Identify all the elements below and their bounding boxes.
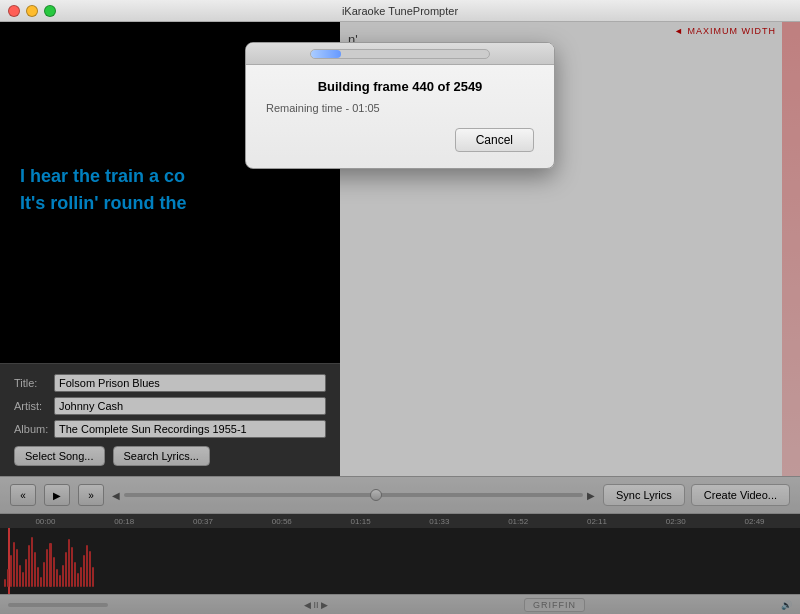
window-title: iKaraoke TunePrompter <box>342 5 458 17</box>
dialog-overlay: Building frame 440 of 2549 Remaining tim… <box>0 22 800 614</box>
progress-dialog: Building frame 440 of 2549 Remaining tim… <box>245 42 555 169</box>
dialog-cancel-button[interactable]: Cancel <box>455 128 534 152</box>
dialog-title-text: Building frame 440 of 2549 <box>266 79 534 94</box>
dialog-progress-fill <box>311 50 341 58</box>
window-controls[interactable] <box>8 5 56 17</box>
dialog-footer: Cancel <box>266 128 534 152</box>
dialog-title-bar <box>246 43 554 65</box>
close-button[interactable] <box>8 5 20 17</box>
dialog-body: Building frame 440 of 2549 Remaining tim… <box>246 65 554 168</box>
title-bar: iKaraoke TunePrompter <box>0 0 800 22</box>
dialog-progress-bar-container <box>310 49 490 59</box>
minimize-button[interactable] <box>26 5 38 17</box>
dialog-remaining: Remaining time - 01:05 <box>266 102 534 114</box>
maximize-button[interactable] <box>44 5 56 17</box>
